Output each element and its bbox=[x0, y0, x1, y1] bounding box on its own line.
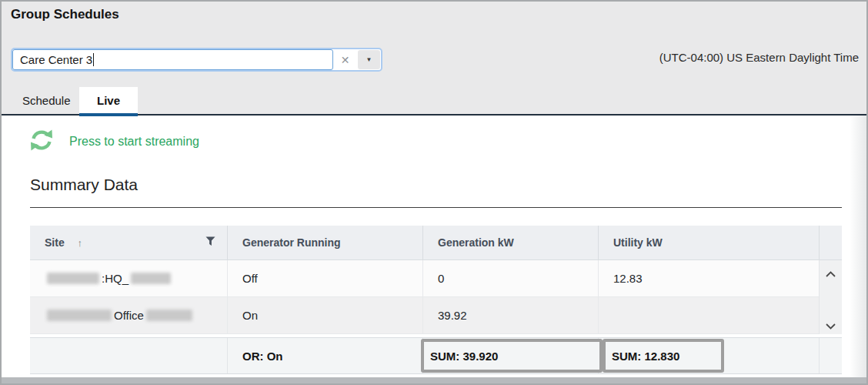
heading-divider bbox=[30, 207, 842, 208]
footer-scroll-spacer bbox=[819, 338, 842, 373]
group-input-value: Care Center 3 bbox=[20, 53, 92, 66]
sort-ascending-icon: ↑ bbox=[78, 237, 83, 249]
site-text: :HQ_ bbox=[102, 272, 129, 285]
site-text: Office bbox=[114, 309, 144, 322]
table-row[interactable]: Office On 39.92 bbox=[30, 297, 842, 334]
table-row[interactable]: :HQ_ Off 0 12.83 bbox=[30, 260, 842, 297]
generator-running-cell: On bbox=[227, 297, 422, 333]
footer-site-cell bbox=[30, 338, 227, 373]
tab-schedule-label: Schedule bbox=[22, 94, 71, 107]
group-input[interactable]: Care Center 3 bbox=[12, 49, 333, 70]
utility-sum-highlight: SUM: 12.830 bbox=[603, 339, 724, 373]
generation-sum-value: SUM: 39.920 bbox=[430, 350, 498, 363]
right-edge-shadow bbox=[850, 116, 866, 379]
redacted-text bbox=[47, 310, 112, 321]
column-header-site[interactable]: Site ↑ bbox=[30, 226, 227, 259]
column-header-generation-kw[interactable]: Generation kW bbox=[422, 226, 598, 259]
tab-live-label: Live bbox=[97, 94, 120, 107]
tab-live[interactable]: Live bbox=[79, 87, 138, 114]
generation-sum-highlight: SUM: 39.920 bbox=[421, 339, 603, 373]
table-body: :HQ_ Off 0 12.83 Office On 39.92 bbox=[30, 260, 842, 334]
vertical-scrollbar[interactable] bbox=[819, 260, 842, 334]
column-header-utility-kw[interactable]: Utility kW bbox=[598, 226, 819, 259]
bottom-window-edge bbox=[2, 377, 866, 383]
column-header-generator-running[interactable]: Generator Running bbox=[227, 226, 422, 259]
tab-schedule[interactable]: Schedule bbox=[11, 87, 82, 114]
redacted-text bbox=[47, 273, 99, 284]
dropdown-arrow-icon[interactable]: ▼ bbox=[358, 50, 380, 69]
utility-kw-cell bbox=[598, 297, 819, 333]
footer-or-cell: OR: On bbox=[227, 338, 422, 373]
start-streaming-label[interactable]: Press to start streaming bbox=[69, 135, 199, 149]
generation-kw-cell: 39.92 bbox=[422, 297, 598, 333]
site-cell: :HQ_ bbox=[30, 260, 227, 296]
site-header-label: Site bbox=[45, 236, 65, 249]
column-header-scroll-spacer bbox=[819, 226, 842, 259]
scroll-up-icon[interactable] bbox=[825, 267, 836, 275]
redacted-text bbox=[131, 273, 171, 284]
filter-icon[interactable] bbox=[205, 236, 215, 249]
app-window: Group Schedules (UTC-04:00) US Eastern D… bbox=[0, 0, 868, 385]
utility-kw-cell: 12.83 bbox=[598, 260, 819, 296]
summary-heading: Summary Data bbox=[30, 176, 138, 194]
generator-running-cell: Off bbox=[227, 260, 422, 296]
generation-kw-cell: 0 bbox=[422, 260, 598, 296]
scroll-down-icon[interactable] bbox=[825, 320, 836, 327]
utility-sum-value: SUM: 12.830 bbox=[612, 350, 679, 363]
table-footer-row: OR: On SUM: 39.920 SUM: 12.830 bbox=[30, 337, 842, 374]
clear-icon[interactable]: ✕ bbox=[333, 49, 357, 70]
top-bar: Group Schedules (UTC-04:00) US Eastern D… bbox=[2, 2, 866, 116]
timezone-label: (UTC-04:00) US Eastern Daylight Time bbox=[659, 51, 859, 64]
group-combobox[interactable]: Care Center 3 ✕ ▼ bbox=[11, 48, 382, 72]
table-header-row: Site ↑ Generator Running Generation kW U… bbox=[30, 226, 842, 260]
site-cell: Office bbox=[30, 297, 227, 333]
redacted-text bbox=[146, 310, 192, 321]
refresh-icon[interactable] bbox=[29, 128, 54, 152]
page-title: Group Schedules bbox=[11, 7, 119, 22]
text-caret bbox=[93, 53, 94, 66]
summary-table: Site ↑ Generator Running Generation kW U… bbox=[30, 226, 842, 374]
